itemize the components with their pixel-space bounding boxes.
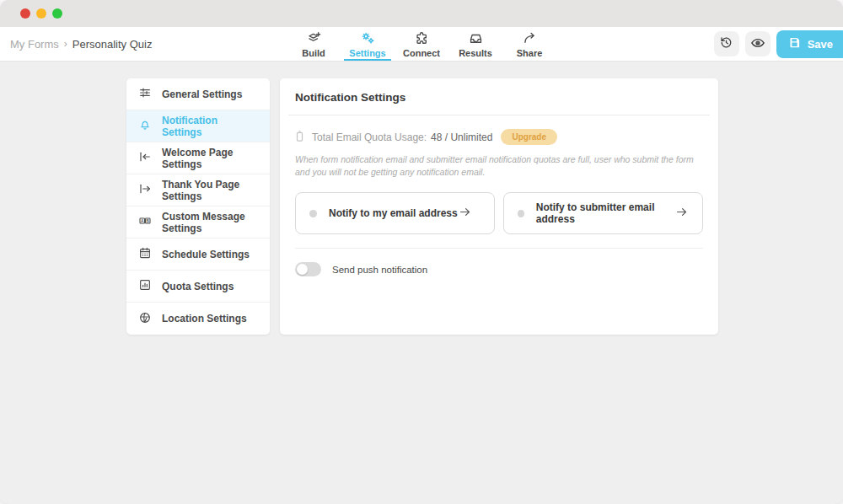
- sidebar-item-quota-settings[interactable]: Quota Settings: [126, 271, 270, 303]
- breadcrumb: My Forms › Personality Quiz: [0, 38, 152, 51]
- sidebar-item-label: Custom Message Settings: [162, 211, 258, 234]
- bar-chart-icon: [138, 278, 152, 294]
- quota-description: When form notification email and submitt…: [295, 153, 703, 179]
- app-header: My Forms › Personality Quiz Build: [0, 27, 843, 62]
- sidebar-item-schedule-settings[interactable]: Schedule Settings: [126, 239, 270, 271]
- sidebar-item-thank-you-page-settings[interactable]: Thank You Page Settings: [126, 174, 270, 206]
- sidebar-item-label: Location Settings: [162, 313, 247, 324]
- content-area: General Settings Notification Settings: [0, 62, 843, 335]
- sidebar-item-label: Notification Settings: [162, 115, 258, 138]
- push-notification-row: Send push notification: [295, 262, 703, 276]
- notify-options-row: Notify to my email address Notify to sub…: [295, 192, 703, 234]
- breadcrumb-my-forms[interactable]: My Forms: [10, 38, 59, 51]
- sliders-icon: [138, 86, 152, 102]
- svg-text:B: B: [147, 219, 150, 223]
- tab-share-label: Share: [517, 48, 543, 58]
- main-tabs: Build Settings: [290, 27, 553, 61]
- sidebar-item-label: Schedule Settings: [162, 249, 250, 260]
- ab-boxes-icon: A B: [138, 214, 152, 230]
- panel-title: Notification Settings: [295, 91, 703, 104]
- tab-connect-label: Connect: [403, 48, 440, 58]
- window-controls: [20, 8, 62, 19]
- save-button-label: Save: [808, 38, 833, 51]
- settings-icon: [360, 30, 376, 46]
- tab-settings[interactable]: Settings: [344, 27, 391, 61]
- toggle-knob: [297, 264, 308, 275]
- upgrade-button[interactable]: Upgrade: [501, 129, 557, 145]
- title-bar: [0, 0, 843, 27]
- globe-icon: [138, 311, 152, 327]
- tab-build-label: Build: [302, 48, 325, 58]
- notify-my-email-card[interactable]: Notify to my email address: [295, 192, 495, 234]
- status-dot: [309, 210, 317, 217]
- sidebar-item-notification-settings[interactable]: Notification Settings: [126, 110, 270, 142]
- bell-icon: [138, 118, 152, 134]
- floppy-icon: [788, 36, 801, 51]
- share-icon: [522, 30, 538, 46]
- preview-button[interactable]: [745, 31, 771, 56]
- save-button[interactable]: Save: [776, 30, 843, 58]
- tab-results-label: Results: [459, 48, 492, 58]
- arrow-into-bar-icon: [138, 150, 152, 166]
- eye-icon: [750, 35, 765, 53]
- sidebar-item-location-settings[interactable]: Location Settings: [126, 303, 270, 335]
- connect-icon: [414, 30, 430, 46]
- app-window: My Forms › Personality Quiz Build: [0, 0, 843, 504]
- tab-results[interactable]: Results: [452, 27, 499, 61]
- minimize-window-button[interactable]: [36, 8, 46, 19]
- quota-usage-label: Total Email Quota Usage:: [312, 131, 427, 143]
- sidebar-item-label: Thank You Page Settings: [162, 179, 258, 202]
- push-notification-toggle[interactable]: [295, 262, 321, 276]
- tab-connect[interactable]: Connect: [398, 27, 445, 61]
- notify-submitter-email-card[interactable]: Notify to submitter email address: [503, 192, 703, 234]
- breadcrumb-form-name: Personality Quiz: [72, 38, 153, 51]
- arrow-from-bar-icon: [138, 182, 152, 198]
- notification-settings-panel: Notification Settings Total Email Quota …: [280, 78, 718, 335]
- sidebar-item-label: General Settings: [162, 88, 242, 100]
- calendar-icon: [138, 246, 152, 262]
- panel-body: Total Email Quota Usage: 48 / Unlimited …: [280, 115, 718, 295]
- history-icon: [719, 35, 733, 52]
- close-window-button[interactable]: [20, 8, 30, 19]
- sidebar-item-welcome-page-settings[interactable]: Welcome Page Settings: [126, 142, 270, 174]
- quota-usage-value: 48 / Unlimited: [431, 131, 492, 143]
- sidebar-item-label: Quota Settings: [162, 281, 234, 292]
- tab-share[interactable]: Share: [506, 27, 553, 61]
- email-quota-row: Total Email Quota Usage: 48 / Unlimited …: [295, 129, 703, 145]
- breadcrumb-separator: ›: [64, 38, 67, 50]
- sidebar-item-custom-message-settings[interactable]: A B Custom Message Settings: [126, 206, 270, 239]
- history-button[interactable]: [714, 31, 739, 56]
- settings-sidebar: General Settings Notification Settings: [126, 78, 270, 335]
- arrow-right-icon: [458, 205, 472, 223]
- notify-my-email-label: Notify to my email address: [329, 207, 458, 219]
- sidebar-item-label: Welcome Page Settings: [162, 147, 258, 170]
- status-dot: [518, 210, 524, 217]
- tab-settings-label: Settings: [349, 48, 385, 58]
- sidebar-item-general-settings[interactable]: General Settings: [126, 78, 270, 110]
- push-notification-label: Send push notification: [332, 265, 427, 275]
- battery-icon: [295, 130, 312, 145]
- header-actions: Save: [714, 30, 843, 58]
- section-divider: [295, 248, 703, 249]
- arrow-right-icon: [674, 205, 689, 223]
- notify-submitter-email-label: Notify to submitter email address: [536, 201, 674, 225]
- zoom-window-button[interactable]: [52, 8, 62, 19]
- panel-header: Notification Settings: [280, 78, 718, 115]
- tab-build[interactable]: Build: [290, 27, 337, 61]
- results-icon: [468, 30, 484, 46]
- build-icon: [306, 30, 322, 46]
- svg-text:A: A: [141, 219, 144, 223]
